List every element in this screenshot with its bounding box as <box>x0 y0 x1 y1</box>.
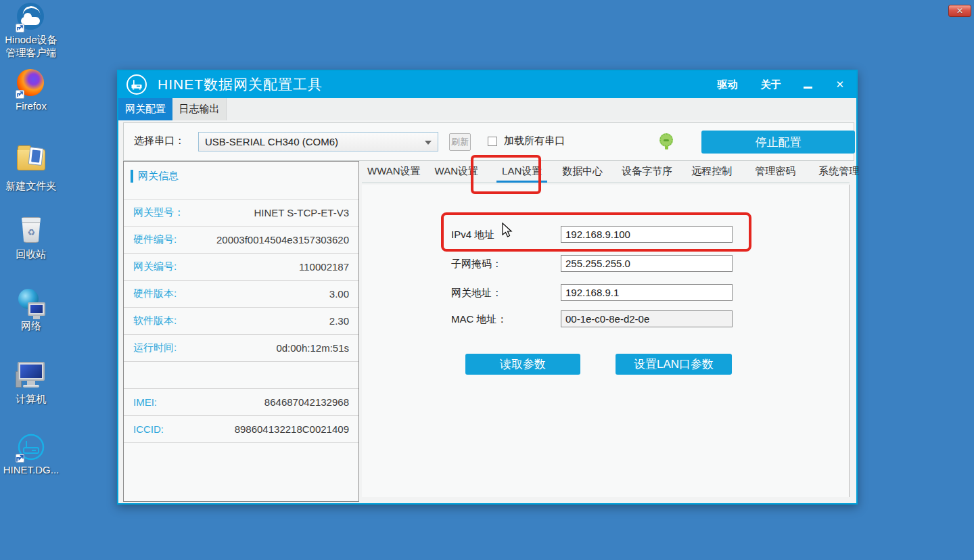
tab-admin-password[interactable]: 管理密码 <box>749 163 801 183</box>
desktop-icon-label: Hinode设备 <box>0 33 62 46</box>
shortcut-arrow-icon <box>16 24 24 32</box>
desktop-icon-computer[interactable]: 计算机 <box>0 360 62 405</box>
info-row-empty <box>124 361 358 388</box>
status-bulb-icon <box>659 133 673 147</box>
load-all-ports-checkbox[interactable] <box>488 137 497 146</box>
serial-port-value: USB-SERIAL CH340 (COM6) <box>205 136 338 147</box>
tab-byte-order[interactable]: 设备字节序 <box>616 163 678 183</box>
network-icon <box>17 289 45 317</box>
mac-address-input[interactable] <box>561 310 733 327</box>
tab-wan-settings[interactable]: WAN设置 <box>430 163 484 183</box>
recycle-bin-icon <box>17 217 45 246</box>
shortcut-arrow-icon <box>16 454 24 463</box>
info-row-uptime: 运行时间: 0d:00h:12m:51s <box>124 334 358 361</box>
desktop-icon-label: 计算机 <box>0 392 62 405</box>
port-select-label: 选择串口： <box>134 135 185 147</box>
desktop-icon-recycle-bin[interactable]: 回收站 <box>0 217 62 260</box>
folder-icon <box>17 149 45 177</box>
computer-icon <box>17 362 45 390</box>
desktop-icon-label: 回收站 <box>0 248 62 260</box>
gateway-address-input[interactable] <box>561 284 733 301</box>
desktop-icon-label: HINET.DG... <box>0 463 62 476</box>
close-icon: ✕ <box>956 6 963 16</box>
chevron-down-icon <box>425 141 432 145</box>
desktop-icon-network[interactable]: 网络 <box>0 289 62 332</box>
info-row-hardware-id: 硬件编号: 20003f0014504e3157303620 <box>124 226 358 253</box>
ipv4-input[interactable] <box>561 226 733 243</box>
accent-bar <box>131 170 133 183</box>
desktop-icon-hinet-shortcut[interactable]: HINET.DG... <box>0 433 62 476</box>
app-router-icon <box>126 74 147 95</box>
set-lan-params-button[interactable]: 设置LAN口参数 <box>616 354 732 375</box>
desktop-icon-firefox[interactable]: Firefox <box>0 69 62 112</box>
tab-gateway-config[interactable]: 网关配置 <box>118 98 172 120</box>
info-row-iccid: ICCID: 898604132218C0021409 <box>124 415 358 442</box>
gateway-info-panel: 网关信息 网关型号： HINET S-TCP-ET-V3 硬件编号: 20003… <box>123 161 359 502</box>
settings-tab-bar: WWAN设置 WAN设置 LAN设置 数据中心 设备字节序 远程控制 管理密码 … <box>362 163 850 183</box>
info-row-model: 网关型号： HINET S-TCP-ET-V3 <box>124 199 358 226</box>
tab-lan-settings[interactable]: LAN设置 <box>496 163 547 183</box>
subnet-mask-input[interactable] <box>561 255 733 272</box>
ipv4-label: IPv4 地址 <box>451 229 494 241</box>
info-row-sw-version: 软件版本: 2.30 <box>124 307 358 334</box>
load-all-ports-label: 加载所有串口 <box>504 135 565 147</box>
serial-port-select[interactable]: USB-SERIAL CH340 (COM6) <box>198 132 438 151</box>
about-menu[interactable]: 关于 <box>760 78 781 91</box>
desktop-icon-label: 新建文件夹 <box>0 179 62 192</box>
info-row-imei: IMEI: 864687042132968 <box>124 388 358 415</box>
overlay-close-button[interactable]: ✕ <box>948 5 971 17</box>
stop-config-button[interactable]: 停止配置 <box>701 131 855 154</box>
info-row-empty <box>124 442 358 469</box>
hinode-client-icon <box>17 3 45 31</box>
tab-wwan-settings[interactable]: WWAN设置 <box>362 163 426 183</box>
tab-data-center[interactable]: 数据中心 <box>557 163 608 183</box>
firefox-icon <box>17 69 45 97</box>
window-title: HINET数据网关配置工具 <box>158 75 323 94</box>
app-window: HINET数据网关配置工具 驱动 关于 ✕ 网关配置 日志输出 选择串口： US… <box>117 70 858 505</box>
tab-log-output[interactable]: 日志输出 <box>172 98 227 120</box>
read-params-button[interactable]: 读取参数 <box>465 354 580 375</box>
driver-menu[interactable]: 驱动 <box>717 78 737 91</box>
desktop-icon-label: 网络 <box>0 319 62 332</box>
desktop-icon-hinode-client[interactable]: Hinode设备 管理客户端 <box>0 3 62 59</box>
refresh-button[interactable]: 刷新 <box>449 133 471 151</box>
main-tab-bar: 网关配置 日志输出 <box>118 98 856 120</box>
close-button[interactable]: ✕ <box>835 78 844 91</box>
tab-remote-control[interactable]: 远程控制 <box>686 163 737 183</box>
info-row-hw-version: 硬件版本: 3.00 <box>124 280 358 307</box>
titlebar[interactable]: HINET数据网关配置工具 驱动 关于 ✕ <box>118 71 856 98</box>
desktop-icon-label-line2: 管理客户端 <box>0 46 62 59</box>
gateway-info-header: 网关信息 <box>124 162 358 199</box>
desktop-icon-label: Firefox <box>0 99 62 112</box>
shortcut-arrow-icon <box>16 90 24 99</box>
subnet-mask-label: 子网掩码： <box>451 258 502 271</box>
mac-address-label: MAC 地址： <box>451 313 507 326</box>
router-icon <box>17 433 45 461</box>
info-row-gateway-id: 网关编号: 110002187 <box>124 253 358 280</box>
tab-system-management[interactable]: 系统管理 <box>813 163 864 183</box>
minimize-button[interactable] <box>804 87 812 89</box>
serial-toolbar: 选择串口： USB-SERIAL CH340 (COM6) 刷新 加载所有串口 … <box>123 122 854 161</box>
gateway-address-label: 网关地址： <box>451 287 502 300</box>
desktop-icon-new-folder[interactable]: 新建文件夹 <box>0 145 62 192</box>
